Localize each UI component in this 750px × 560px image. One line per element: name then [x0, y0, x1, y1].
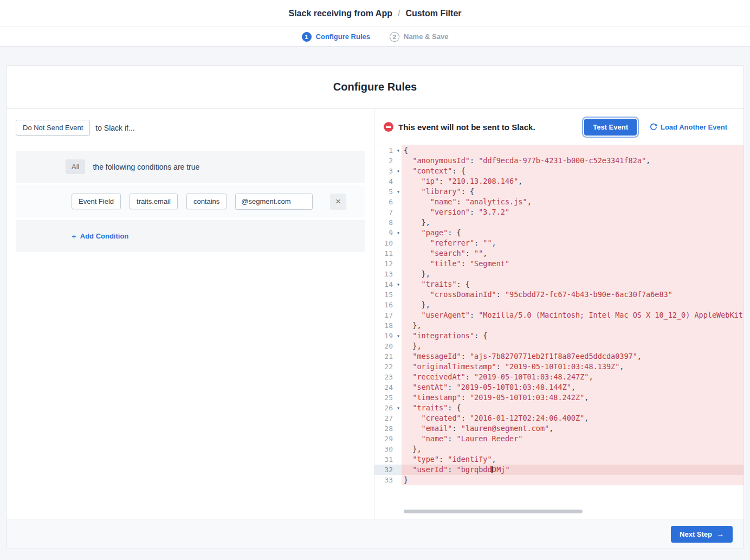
- condition-operator-button[interactable]: contains: [186, 194, 227, 209]
- fold-toggle-icon[interactable]: ▾: [397, 279, 400, 289]
- line-number: 29: [374, 434, 402, 444]
- code-text[interactable]: "library": {: [402, 186, 743, 197]
- code-line[interactable]: 31 "type": "identify",: [374, 454, 743, 465]
- code-text[interactable]: "created": "2016-01-12T02:24:06.400Z",: [402, 413, 743, 423]
- card-header: Configure Rules: [7, 66, 743, 109]
- code-line[interactable]: 6 "name": "analytics.js",: [374, 197, 743, 207]
- code-line[interactable]: 12 "title": "Segment": [374, 259, 743, 269]
- code-line[interactable]: 14▾ "traits": {: [374, 279, 743, 289]
- code-text[interactable]: },: [402, 341, 743, 351]
- condition-field-button[interactable]: traits.email: [130, 194, 178, 209]
- code-text[interactable]: "referrer": "",: [402, 238, 743, 248]
- code-line[interactable]: 5▾ "library": {: [374, 186, 743, 197]
- code-line[interactable]: 26▾ "traits": {: [374, 403, 743, 413]
- load-another-event-link[interactable]: Load Another Event: [650, 123, 727, 131]
- code-text[interactable]: "originalTimestamp": "2019-05-10T01:03:4…: [402, 362, 743, 372]
- code-line[interactable]: 10 "referrer": "",: [374, 238, 743, 248]
- code-line[interactable]: 29 "name": "Lauren Reeder": [374, 434, 743, 444]
- code-text[interactable]: "userId": "bgrqbddDMj": [402, 465, 743, 475]
- code-text[interactable]: "email": "lauren@segment.com",: [402, 423, 743, 434]
- condition-value-input[interactable]: [235, 194, 313, 210]
- add-condition-button[interactable]: + Add Condition: [72, 231, 128, 241]
- fold-toggle-icon[interactable]: ▾: [397, 228, 400, 238]
- code-line[interactable]: 24 "sentAt": "2019-05-10T01:03:48.144Z",: [374, 382, 743, 392]
- breadcrumb-parent-link[interactable]: Slack receiving from App: [288, 9, 392, 18]
- step-1-label: Configure Rules: [316, 33, 370, 41]
- fold-toggle-icon[interactable]: ▾: [397, 145, 400, 156]
- code-text[interactable]: },: [402, 320, 743, 331]
- code-text[interactable]: "page": {: [402, 228, 743, 238]
- code-line[interactable]: 4 "ip": "210.13.208.146",: [374, 176, 743, 186]
- code-line[interactable]: 21 "messageId": "ajs-7b8270771eb2f1f8a87…: [374, 351, 743, 362]
- code-line[interactable]: 28 "email": "lauren@segment.com",: [374, 423, 743, 434]
- code-line[interactable]: 17 "userAgent": "Mozilla/5.0 (Macintosh;…: [374, 310, 743, 320]
- code-line[interactable]: 30 },: [374, 444, 743, 454]
- code-text[interactable]: }: [402, 475, 743, 485]
- fold-toggle-icon[interactable]: ▾: [397, 331, 400, 341]
- code-line[interactable]: 20 },: [374, 341, 743, 351]
- code-line[interactable]: 33}: [374, 475, 743, 485]
- line-number: 13: [374, 269, 402, 279]
- code-text[interactable]: "version": "3.7.2": [402, 207, 743, 217]
- code-text[interactable]: },: [402, 217, 743, 228]
- code-line[interactable]: 19▾ "integrations": {: [374, 331, 743, 341]
- code-line[interactable]: 22 "originalTimestamp": "2019-05-10T01:0…: [374, 362, 743, 372]
- load-another-event-label: Load Another Event: [661, 123, 727, 131]
- code-text[interactable]: "title": "Segment": [402, 259, 743, 269]
- line-number: 26▾: [374, 403, 402, 413]
- operator-chip[interactable]: All: [66, 159, 85, 174]
- code-text[interactable]: "sentAt": "2019-05-10T01:03:48.144Z",: [402, 382, 743, 392]
- code-line[interactable]: 13 },: [374, 269, 743, 279]
- code-text[interactable]: "search": "",: [402, 248, 743, 259]
- code-text[interactable]: "traits": {: [402, 403, 743, 413]
- line-number: 31: [374, 454, 402, 465]
- line-number: 17: [374, 310, 402, 320]
- line-number: 2: [374, 156, 402, 166]
- condition-type-button[interactable]: Event Field: [72, 194, 121, 209]
- code-line[interactable]: 3▾ "context": {: [374, 166, 743, 176]
- code-text[interactable]: "name": "Lauren Reeder": [402, 434, 743, 444]
- breadcrumb-current: Custom Filter: [405, 9, 461, 18]
- code-text[interactable]: "userAgent": "Mozilla/5.0 (Macintosh; In…: [402, 310, 743, 320]
- code-line[interactable]: 9▾ "page": {: [374, 228, 743, 238]
- action-selector-button[interactable]: Do Not Send Event: [16, 120, 90, 136]
- code-text[interactable]: "ip": "210.13.208.146",: [402, 176, 743, 186]
- code-text[interactable]: "crossDomainId": "95cbdd72-fc67-4b43-b90…: [402, 289, 743, 300]
- code-text[interactable]: "anonymousId": "ddf9ecda-977b-4231-b000-…: [402, 156, 743, 166]
- fold-toggle-icon[interactable]: ▾: [397, 403, 400, 413]
- next-step-button[interactable]: Next Step →: [671, 526, 733, 543]
- code-text[interactable]: "receivedAt": "2019-05-10T01:03:48.247Z"…: [402, 372, 743, 382]
- json-event-editor[interactable]: 1▾{2 "anonymousId": "ddf9ecda-977b-4231-…: [374, 145, 743, 519]
- code-text[interactable]: "timestamp": "2019-05-10T01:03:48.242Z",: [402, 392, 743, 403]
- horizontal-scrollbar-thumb[interactable]: [404, 510, 583, 513]
- fold-toggle-icon[interactable]: ▾: [397, 186, 400, 197]
- code-line[interactable]: 7 "version": "3.7.2": [374, 207, 743, 217]
- code-text[interactable]: "type": "identify",: [402, 454, 743, 465]
- code-line[interactable]: 16 },: [374, 300, 743, 310]
- step-name-save[interactable]: 2 Name & Save: [390, 32, 448, 42]
- code-text[interactable]: "context": {: [402, 166, 743, 176]
- code-line[interactable]: 2 "anonymousId": "ddf9ecda-977b-4231-b00…: [374, 156, 743, 166]
- code-text[interactable]: },: [402, 444, 743, 454]
- line-number: 27: [374, 413, 402, 423]
- code-line[interactable]: 23 "receivedAt": "2019-05-10T01:03:48.24…: [374, 372, 743, 382]
- code-text[interactable]: "name": "analytics.js",: [402, 197, 743, 207]
- fold-toggle-icon[interactable]: ▾: [397, 166, 400, 176]
- code-text[interactable]: "messageId": "ajs-7b8270771eb2f1f8a87eed…: [402, 351, 743, 362]
- code-line[interactable]: 25 "timestamp": "2019-05-10T01:03:48.242…: [374, 392, 743, 403]
- remove-condition-button[interactable]: ×: [330, 194, 346, 210]
- code-text[interactable]: },: [402, 269, 743, 279]
- code-line[interactable]: 1▾{: [374, 145, 743, 156]
- step-configure-rules[interactable]: 1 Configure Rules: [302, 32, 370, 42]
- code-line[interactable]: 11 "search": "",: [374, 248, 743, 259]
- code-text[interactable]: },: [402, 300, 743, 310]
- code-line[interactable]: 32 "userId": "bgrqbddDMj": [374, 465, 743, 475]
- code-line[interactable]: 8 },: [374, 217, 743, 228]
- code-text[interactable]: "integrations": {: [402, 331, 743, 341]
- code-line[interactable]: 18 },: [374, 320, 743, 331]
- test-event-button[interactable]: Test Event: [584, 119, 637, 136]
- code-text[interactable]: {: [402, 145, 743, 156]
- code-line[interactable]: 15 "crossDomainId": "95cbdd72-fc67-4b43-…: [374, 289, 743, 300]
- code-text[interactable]: "traits": {: [402, 279, 743, 289]
- code-line[interactable]: 27 "created": "2016-01-12T02:24:06.400Z"…: [374, 413, 743, 423]
